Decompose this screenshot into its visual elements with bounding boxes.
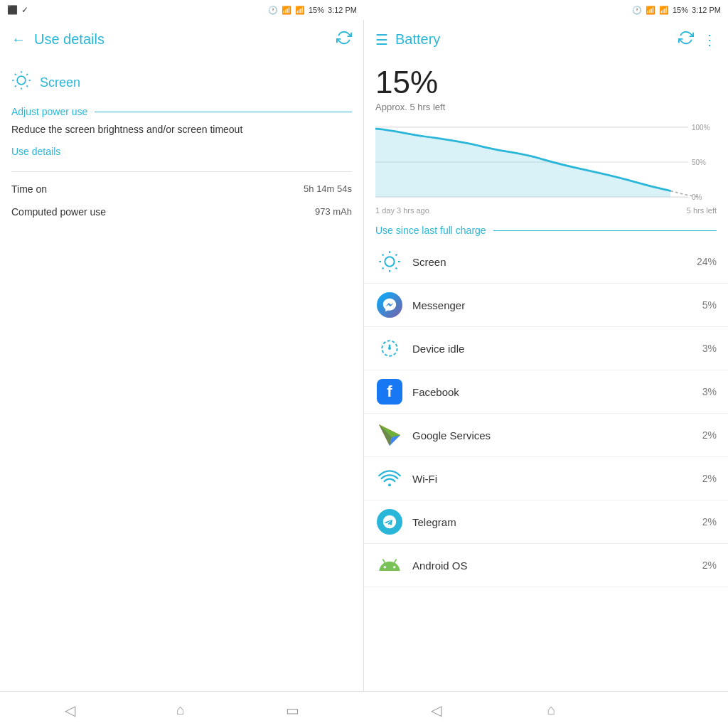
item-name-android-os: Android OS	[412, 560, 702, 572]
svg-line-4	[26, 85, 28, 87]
svg-line-3	[15, 74, 16, 75]
right-header: ☰ Battery ⋮	[364, 20, 728, 59]
wifi-icon-right: 📶	[646, 6, 655, 15]
battery-item-wifi[interactable]: Wi-Fi 2%	[364, 457, 728, 500]
hamburger-icon[interactable]: ☰	[375, 31, 388, 48]
use-details-link[interactable]: Use details	[11, 146, 352, 157]
back-button[interactable]: ←	[11, 31, 26, 48]
main-content: ← Use details	[0, 20, 728, 691]
messenger-app-icon	[377, 292, 402, 318]
status-bar-left: ⬛ ✓ 🕐 📶 📶 15% 3:12 PM	[0, 0, 364, 20]
signal-icon-right: 📶	[659, 6, 669, 15]
use-since-label: Use since last full charge	[375, 225, 486, 236]
item-name-telegram: Telegram	[412, 516, 702, 528]
divider	[11, 171, 352, 172]
android-app-icon	[377, 552, 402, 578]
stat-value-power: 973 mAh	[315, 206, 352, 217]
use-since-line	[493, 230, 717, 231]
wifi-icon-left: 📶	[282, 6, 291, 15]
left-body: Screen Adjust power use Reduce the scree…	[0, 59, 363, 691]
time-left: 3:12 PM	[328, 6, 357, 14]
facebook-app-icon: f	[377, 379, 402, 405]
refresh-icon-left[interactable]	[336, 30, 352, 49]
alarm-icon-left: 🕐	[268, 6, 278, 15]
svg-line-22	[382, 267, 384, 269]
item-name-device-idle: Device idle	[412, 343, 702, 355]
telegram-item-icon	[375, 508, 404, 536]
svg-line-19	[395, 267, 397, 269]
nav-bar: ◁ ⌂ ▭ ◁ ⌂	[0, 691, 728, 728]
approx-time: Approx. 5 hrs left	[364, 100, 728, 119]
adjust-power-label: Adjust power use	[11, 106, 87, 117]
battery-chart: 100% 50% 0%	[375, 119, 717, 205]
svg-text:50%: 50%	[692, 159, 706, 166]
refresh-icon-right[interactable]	[678, 30, 694, 49]
notification-icon-1: ⬛	[7, 5, 18, 15]
stat-label-power: Computed power use	[11, 206, 106, 218]
notification-icon-2: ✓	[21, 5, 28, 15]
screen-row: Screen	[11, 65, 352, 106]
svg-marker-28	[379, 424, 400, 446]
right-panel: ☰ Battery ⋮ 15% Approx. 5 hrs left	[364, 20, 728, 691]
item-percent-screen: 24%	[697, 256, 717, 267]
svg-point-25	[388, 347, 391, 350]
adjust-power-row: Adjust power use	[11, 106, 352, 117]
battery-item-device-idle[interactable]: Device idle 3%	[364, 327, 728, 370]
nav-home-left[interactable]: ⌂	[171, 696, 191, 724]
stat-row-0: Time on 5h 14m 54s	[11, 178, 352, 200]
battery-item-facebook[interactable]: f Facebook 3%	[364, 370, 728, 414]
item-percent-android-os: 2%	[702, 560, 717, 571]
status-bar-right: 🕐 📶 📶 15% 3:12 PM	[364, 0, 728, 20]
item-percent-messenger: 5%	[702, 299, 717, 311]
signal-icon-left: 📶	[295, 6, 305, 15]
android-item-icon	[375, 551, 404, 579]
reduce-text: Reduce the screen brightness and/or scre…	[11, 123, 352, 137]
battery-title: Battery	[395, 31, 440, 48]
left-panel: ← Use details	[0, 20, 364, 691]
stat-row-1: Computed power use 973 mAh	[11, 200, 352, 223]
screen-label: Screen	[40, 75, 80, 90]
svg-text:100%: 100%	[692, 124, 710, 132]
battery-item-android-os[interactable]: Android OS 2%	[364, 544, 728, 587]
google-services-app-icon	[377, 422, 402, 448]
alarm-icon-right: 🕐	[632, 6, 642, 15]
nav-recents-right[interactable]	[655, 705, 667, 716]
wifi-item-icon	[375, 464, 404, 493]
battery-item-google-services[interactable]: Google Services 2%	[364, 414, 728, 457]
stat-value-time: 5h 14m 54s	[304, 183, 352, 194]
time-right: 3:12 PM	[692, 6, 721, 14]
item-percent-facebook: 3%	[702, 386, 717, 397]
nav-home-right[interactable]: ⌂	[541, 696, 561, 724]
nav-left: ◁ ⌂ ▭	[0, 692, 364, 728]
item-percent-device-idle: 3%	[702, 343, 717, 354]
svg-text:0%: 0%	[692, 193, 702, 201]
screen-icon	[11, 70, 31, 95]
svg-line-23	[395, 255, 397, 256]
item-name-messenger: Messenger	[412, 299, 702, 311]
svg-line-18	[382, 255, 384, 256]
item-name-google-services: Google Services	[412, 429, 702, 441]
nav-right: ◁ ⌂	[364, 692, 728, 728]
nav-back-right[interactable]: ◁	[425, 696, 447, 724]
battery-item-telegram[interactable]: Telegram 2%	[364, 500, 728, 544]
item-percent-telegram: 2%	[702, 516, 717, 528]
status-bar: ⬛ ✓ 🕐 📶 📶 15% 3:12 PM 🕐 📶 📶 15% 3:12 PM	[0, 0, 728, 20]
stat-label-time: Time on	[11, 183, 47, 195]
battery-left: 15%	[309, 6, 324, 14]
battery-right: 15%	[673, 6, 688, 14]
item-name-wifi: Wi-Fi	[412, 473, 702, 485]
item-percent-wifi: 2%	[702, 473, 717, 484]
chart-end-time: 5 hrs left	[687, 206, 717, 215]
item-percent-google-services: 2%	[702, 429, 717, 441]
battery-chart-container: 100% 50% 0%	[364, 119, 728, 205]
more-options-icon[interactable]: ⋮	[702, 31, 717, 48]
nav-recents-left[interactable]: ▭	[280, 696, 305, 724]
facebook-item-icon: f	[375, 378, 404, 406]
chart-start-time: 1 day 3 hrs ago	[375, 206, 429, 215]
battery-item-messenger[interactable]: Messenger 5%	[364, 284, 728, 327]
nav-back-left[interactable]: ◁	[59, 696, 81, 724]
svg-point-15	[385, 257, 394, 266]
battery-item-screen[interactable]: Screen 24%	[364, 240, 728, 284]
left-header: ← Use details	[0, 20, 363, 59]
adjust-power-line	[95, 112, 352, 112]
